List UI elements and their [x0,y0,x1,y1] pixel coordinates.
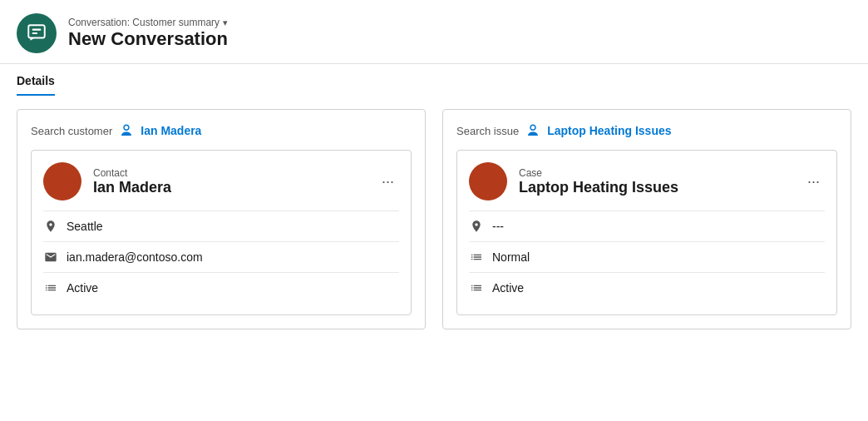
priority-icon [469,250,484,265]
id-icon [469,219,484,234]
issue-card-header-text: Case Laptop Heating Issues [519,167,802,196]
customer-search-row: Search customer Ian Madera [31,123,412,138]
customer-email-field: ian.madera@contoso.com [43,241,399,272]
issue-search-row: Search issue Laptop Heating Issues [456,123,837,138]
app-icon [17,13,57,53]
customer-card-menu[interactable]: ··· [377,171,399,192]
issue-card-menu[interactable]: ··· [802,171,825,192]
customer-card-header: Contact Ian Madera ··· [43,162,399,201]
main-content: Search customer Ian Madera Contact Ian M… [0,96,868,343]
customer-search-icon [119,123,134,138]
customer-card-fields: Seattle ian.madera@contoso.com Active [43,210,399,303]
customer-status-field: Active [43,272,399,303]
issue-priority-field: Normal [469,241,825,272]
header: Conversation: Customer summary ▾ New Con… [0,0,868,64]
chevron-down-icon[interactable]: ▾ [223,17,228,28]
issue-card-type: Case [519,167,802,179]
customer-card-name: Ian Madera [93,179,377,196]
customer-card-header-text: Contact Ian Madera [93,167,377,196]
issue-status-value: Active [492,281,524,295]
location-icon [43,219,58,234]
customer-card: Contact Ian Madera ··· Seattle [31,150,412,315]
header-subtitle: Conversation: Customer summary ▾ [68,17,228,28]
svg-rect-1 [32,29,42,31]
svg-rect-0 [28,25,45,37]
issue-card-fields: --- Normal Active [469,210,825,303]
issue-id-value: --- [492,220,504,233]
tabs-bar: Details [0,64,868,96]
customer-search-label: Search customer [31,125,112,137]
issue-id-field: --- [469,210,825,241]
email-icon [43,250,58,265]
issue-status-field: Active [469,272,825,303]
issue-card-name: Laptop Heating Issues [519,179,802,196]
issue-card: Case Laptop Heating Issues ··· --- [456,150,837,315]
status-icon [43,280,58,295]
page-title: New Conversation [68,28,228,50]
customer-email-value: ian.madera@contoso.com [67,250,203,264]
customer-search-value[interactable]: Ian Madera [141,124,201,137]
customer-location-field: Seattle [43,210,399,241]
issue-status-icon [469,280,484,295]
customer-location-value: Seattle [67,220,103,233]
customer-panel: Search customer Ian Madera Contact Ian M… [17,109,426,329]
conversation-icon [26,22,47,44]
customer-card-type: Contact [93,167,377,179]
svg-rect-2 [32,32,38,34]
issue-card-header: Case Laptop Heating Issues ··· [469,162,825,201]
tab-details[interactable]: Details [17,74,55,96]
issue-priority-value: Normal [492,250,530,264]
issue-search-icon [525,123,540,138]
customer-status-value: Active [67,281,98,295]
issue-search-label: Search issue [456,125,519,137]
issue-search-value[interactable]: Laptop Heating Issues [547,124,671,137]
issue-panel: Search issue Laptop Heating Issues Case … [442,109,851,329]
customer-avatar [43,162,81,201]
issue-avatar [469,162,507,201]
header-text: Conversation: Customer summary ▾ New Con… [68,17,228,50]
